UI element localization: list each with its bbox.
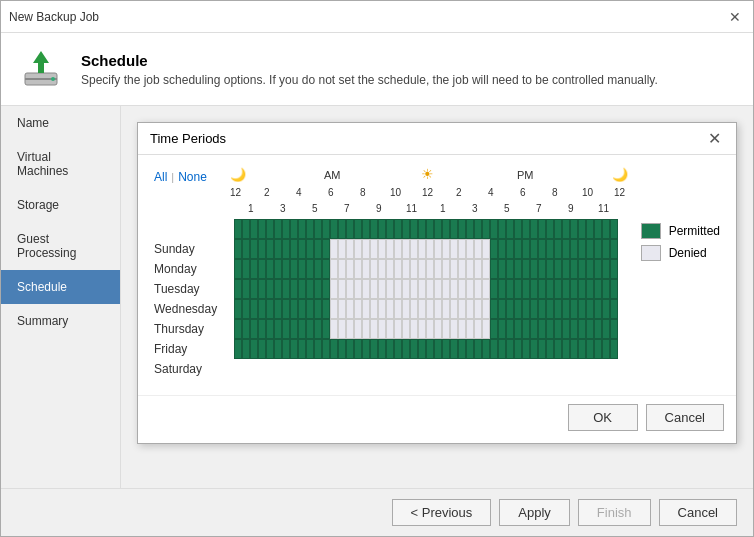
grid-cell[interactable] — [354, 259, 362, 279]
window-close-button[interactable]: ✕ — [725, 7, 745, 27]
grid-cell[interactable] — [602, 239, 610, 259]
grid-cell[interactable] — [282, 219, 290, 239]
grid-cell[interactable] — [338, 319, 346, 339]
grid-cell[interactable] — [410, 279, 418, 299]
grid-cell[interactable] — [354, 239, 362, 259]
grid-cell[interactable] — [554, 239, 562, 259]
grid-cell[interactable] — [578, 299, 586, 319]
grid-cell[interactable] — [258, 219, 266, 239]
grid-cell[interactable] — [402, 239, 410, 259]
grid-cell[interactable] — [426, 239, 434, 259]
grid-cell[interactable] — [242, 219, 250, 239]
grid-cell[interactable] — [554, 319, 562, 339]
grid-cell[interactable] — [346, 279, 354, 299]
grid-cell[interactable] — [482, 319, 490, 339]
grid-cell[interactable] — [498, 279, 506, 299]
grid-cell[interactable] — [610, 239, 618, 259]
grid-cell[interactable] — [386, 299, 394, 319]
grid-cell[interactable] — [570, 319, 578, 339]
grid-cell[interactable] — [290, 319, 298, 339]
grid-cell[interactable] — [426, 339, 434, 359]
grid-cell[interactable] — [546, 339, 554, 359]
grid-cell[interactable] — [570, 299, 578, 319]
grid-cell[interactable] — [434, 339, 442, 359]
grid-cell[interactable] — [474, 339, 482, 359]
grid-cell[interactable] — [322, 279, 330, 299]
all-link[interactable]: All — [154, 170, 167, 184]
grid-cell[interactable] — [330, 279, 338, 299]
grid-cell[interactable] — [282, 279, 290, 299]
grid-cell[interactable] — [394, 259, 402, 279]
grid-cell[interactable] — [562, 299, 570, 319]
grid-cell[interactable] — [426, 279, 434, 299]
grid-cell[interactable] — [458, 219, 466, 239]
grid-cell[interactable] — [258, 319, 266, 339]
grid-cell[interactable] — [530, 239, 538, 259]
grid-cell[interactable] — [274, 299, 282, 319]
grid-cell[interactable] — [562, 259, 570, 279]
grid-cell[interactable] — [322, 239, 330, 259]
grid-cell[interactable] — [578, 339, 586, 359]
grid-cell[interactable] — [458, 299, 466, 319]
grid-cell[interactable] — [474, 319, 482, 339]
grid-cell[interactable] — [450, 219, 458, 239]
grid-cell[interactable] — [586, 239, 594, 259]
grid-cell[interactable] — [570, 239, 578, 259]
grid-cell[interactable] — [322, 319, 330, 339]
grid-cell[interactable] — [514, 339, 522, 359]
grid-cell[interactable] — [602, 339, 610, 359]
grid-cell[interactable] — [394, 219, 402, 239]
grid-cell[interactable] — [594, 259, 602, 279]
grid-cell[interactable] — [514, 279, 522, 299]
grid-cell[interactable] — [354, 219, 362, 239]
grid-cell[interactable] — [266, 239, 274, 259]
grid-cell[interactable] — [498, 239, 506, 259]
grid-cell[interactable] — [482, 219, 490, 239]
grid-cell[interactable] — [426, 219, 434, 239]
grid-cell[interactable] — [538, 279, 546, 299]
grid-cell[interactable] — [330, 299, 338, 319]
grid-cell[interactable] — [242, 339, 250, 359]
grid-cell[interactable] — [314, 319, 322, 339]
grid-cell[interactable] — [250, 299, 258, 319]
grid-cell[interactable] — [546, 319, 554, 339]
grid-cell[interactable] — [506, 279, 514, 299]
grid-cell[interactable] — [434, 219, 442, 239]
grid-cell[interactable] — [602, 319, 610, 339]
grid-cell[interactable] — [498, 319, 506, 339]
grid-cell[interactable] — [242, 239, 250, 259]
grid-cell[interactable] — [466, 279, 474, 299]
grid-cell[interactable] — [602, 219, 610, 239]
grid-cell[interactable] — [522, 339, 530, 359]
grid-cell[interactable] — [418, 299, 426, 319]
grid-cell[interactable] — [474, 279, 482, 299]
grid-cell[interactable] — [298, 239, 306, 259]
grid-cell[interactable] — [274, 279, 282, 299]
grid-cell[interactable] — [450, 339, 458, 359]
grid-cell[interactable] — [362, 299, 370, 319]
grid-cell[interactable] — [418, 319, 426, 339]
grid-cell[interactable] — [234, 339, 242, 359]
grid-cell[interactable] — [242, 279, 250, 299]
grid-cell[interactable] — [450, 319, 458, 339]
grid-cell[interactable] — [490, 339, 498, 359]
grid-cell[interactable] — [418, 279, 426, 299]
grid-cell[interactable] — [578, 259, 586, 279]
grid-cell[interactable] — [378, 219, 386, 239]
grid-cell[interactable] — [410, 219, 418, 239]
grid-cell[interactable] — [338, 239, 346, 259]
dialog-ok-button[interactable]: OK — [568, 404, 638, 431]
grid-cell[interactable] — [458, 239, 466, 259]
grid-cell[interactable] — [258, 339, 266, 359]
grid-cell[interactable] — [554, 279, 562, 299]
grid-cell[interactable] — [482, 339, 490, 359]
grid-cell[interactable] — [322, 259, 330, 279]
grid-cell[interactable] — [546, 299, 554, 319]
grid-cell[interactable] — [290, 219, 298, 239]
grid-cell[interactable] — [394, 239, 402, 259]
grid-cell[interactable] — [250, 339, 258, 359]
grid-cell[interactable] — [410, 299, 418, 319]
grid-cell[interactable] — [370, 339, 378, 359]
grid-cell[interactable] — [594, 239, 602, 259]
grid-cell[interactable] — [490, 239, 498, 259]
